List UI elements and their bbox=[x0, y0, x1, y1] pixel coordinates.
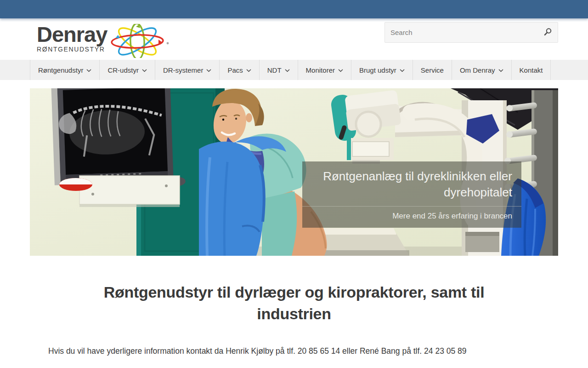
wall-mount-box bbox=[79, 176, 180, 207]
chevron-down-icon bbox=[400, 69, 405, 72]
site-header: Denray RØNTGENUDSTYR bbox=[0, 18, 588, 60]
page-title: Røntgenudstyr til dyrlæger og kiroprakto… bbox=[69, 282, 519, 325]
hero-caption: Røntgenanlæg til dyreklinikken eller dyr… bbox=[302, 161, 521, 228]
chevron-down-icon bbox=[142, 69, 147, 72]
chevron-down-icon bbox=[498, 69, 503, 72]
nav-item-brugt-udstyr[interactable]: Brugt udstyr bbox=[351, 60, 413, 80]
site-logo[interactable]: Denray RØNTGENUDSTYR bbox=[37, 25, 170, 60]
nav-item-ndt[interactable]: NDT bbox=[260, 60, 298, 80]
logo-title: Denray bbox=[37, 25, 107, 44]
nav-item-service[interactable]: Service bbox=[413, 60, 452, 80]
hero-section: Røntgenanlæg til dyreklinikken eller dyr… bbox=[30, 88, 558, 256]
nav-item-monitorer[interactable]: Monitorer bbox=[298, 60, 351, 80]
nav-item-kontakt[interactable]: Kontakt bbox=[512, 60, 551, 80]
warning-lamp bbox=[59, 178, 92, 191]
nav-item-dr-systemer[interactable]: DR-systemer bbox=[155, 60, 220, 80]
chevron-down-icon bbox=[86, 69, 91, 72]
search-form bbox=[384, 22, 558, 43]
search-button[interactable] bbox=[538, 23, 557, 42]
collimator bbox=[347, 138, 394, 164]
scrub-shirt bbox=[262, 191, 297, 256]
search-input[interactable] bbox=[384, 22, 558, 43]
chevron-down-icon bbox=[206, 69, 211, 72]
nav-item-pacs[interactable]: Pacs bbox=[220, 60, 259, 80]
top-accent-bar bbox=[0, 0, 588, 18]
search-icon bbox=[543, 28, 552, 38]
atom-icon bbox=[109, 24, 170, 60]
hero-title: Røntgenanlæg til dyreklinikken eller dyr… bbox=[302, 161, 521, 206]
contact-info-text: Hvis du vil have yderligere information … bbox=[30, 346, 558, 356]
monitor bbox=[51, 88, 186, 190]
chevron-down-icon bbox=[338, 69, 343, 72]
chevron-down-icon bbox=[285, 69, 290, 72]
nav-item-rontgenudstyr[interactable]: Røntgenudstyr bbox=[30, 60, 100, 80]
chevron-down-icon bbox=[246, 69, 251, 72]
nav-item-cr-udstyr[interactable]: CR-udstyr bbox=[100, 60, 155, 80]
hero-subtitle: Mere end 25 års erfaring i brancen bbox=[302, 206, 521, 228]
main-navigation: Røntgenudstyr CR-udstyr DR-systemer Pacs… bbox=[0, 60, 588, 80]
nav-item-om-denray[interactable]: Om Denray bbox=[452, 60, 512, 80]
logo-tagline: RØNTGENUDSTYR bbox=[37, 46, 107, 53]
main-content: Røntgenudstyr til dyrlæger og kiroprakto… bbox=[30, 282, 558, 356]
